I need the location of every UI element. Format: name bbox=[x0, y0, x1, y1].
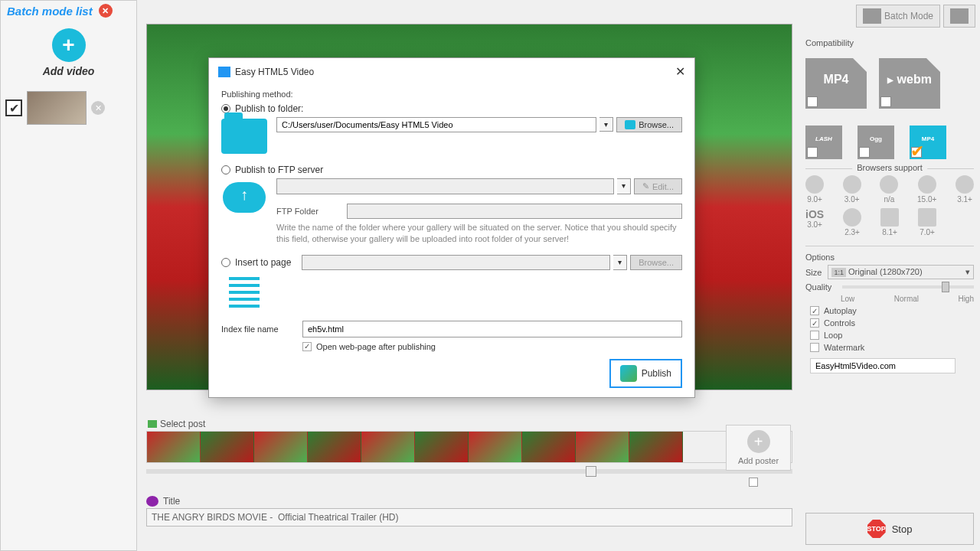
windows-icon bbox=[880, 208, 899, 227]
add-video-label: Add video bbox=[1, 65, 136, 77]
chevron-down-icon[interactable]: ▾ bbox=[599, 117, 613, 132]
watermark-checkbox[interactable] bbox=[810, 343, 819, 352]
quality-label: Quality bbox=[805, 282, 836, 292]
item-checkbox[interactable]: ✔ bbox=[5, 99, 22, 116]
plus-icon: + bbox=[52, 28, 86, 62]
checkbox[interactable] bbox=[807, 96, 818, 107]
chevron-down-icon[interactable]: ▾ bbox=[613, 255, 627, 270]
checkbox[interactable] bbox=[859, 147, 870, 158]
add-poster-button[interactable]: + Add poster bbox=[726, 425, 791, 471]
format-mp4[interactable]: MP4 bbox=[805, 51, 867, 109]
film-icon bbox=[863, 8, 881, 24]
format-mp4low[interactable]: MP4 bbox=[910, 118, 946, 159]
opera-icon bbox=[918, 175, 936, 194]
watermark-input[interactable] bbox=[810, 358, 956, 373]
chrome-icon bbox=[843, 175, 861, 194]
poster-checkbox[interactable] bbox=[749, 478, 758, 487]
title-label: Title bbox=[146, 496, 792, 507]
size-select[interactable]: 1:1 Original (980x551) ▾ bbox=[828, 265, 974, 279]
batch-sidebar: Batch mode list ✕ + Add video ✔ ✕ bbox=[0, 0, 137, 551]
publish-dialog: Easy HTML5 Video ✕ Publishing method: Pu… bbox=[208, 57, 695, 398]
checkbox-checked[interactable] bbox=[911, 147, 922, 158]
app-icon bbox=[218, 67, 230, 77]
quality-slider[interactable] bbox=[842, 285, 974, 289]
plus-icon: + bbox=[747, 430, 770, 453]
chevron-down-icon[interactable]: ▾ bbox=[617, 178, 631, 194]
android-icon bbox=[843, 208, 861, 227]
ftp-hint: Write the name of the folder where your … bbox=[276, 222, 682, 246]
loop-checkbox[interactable] bbox=[810, 331, 819, 340]
remove-icon[interactable]: ✕ bbox=[91, 101, 105, 115]
format-webm[interactable]: ▶ webm bbox=[879, 51, 940, 109]
publish-icon bbox=[620, 365, 637, 382]
ftp-folder-label: FTP Folder bbox=[276, 207, 338, 216]
radio-icon bbox=[221, 258, 230, 267]
page-icon bbox=[229, 277, 260, 308]
stop-icon: STOP bbox=[867, 520, 886, 538]
firefox-icon bbox=[956, 175, 974, 194]
folder-icon bbox=[625, 120, 635, 129]
browsers-heading: Browsers support bbox=[852, 163, 927, 172]
radio-publish-ftp[interactable]: Publish to FTP server bbox=[221, 165, 682, 175]
publishing-method-label: Publishing method: bbox=[221, 90, 682, 99]
compatibility-heading: Compatibility bbox=[805, 38, 974, 47]
checkbox[interactable] bbox=[807, 147, 818, 158]
open-after-label: Open web-page after publishing bbox=[316, 342, 436, 351]
ftp-folder-input[interactable] bbox=[347, 204, 682, 219]
page-path-input[interactable] bbox=[302, 255, 610, 270]
radio-insert-page[interactable]: Insert to page ▾ Browse... bbox=[221, 255, 682, 270]
close-icon[interactable]: ✕ bbox=[675, 64, 685, 79]
index-file-input[interactable] bbox=[302, 321, 682, 337]
format-flash[interactable]: LASH bbox=[805, 118, 842, 159]
batch-mode-button[interactable]: Batch Mode bbox=[856, 5, 940, 28]
format-ogg[interactable]: Ogg bbox=[858, 118, 894, 159]
size-label: Size bbox=[805, 268, 822, 277]
options-heading: Options bbox=[805, 253, 974, 262]
open-after-checkbox[interactable]: ✓ bbox=[302, 342, 312, 351]
wand-button[interactable] bbox=[943, 5, 975, 28]
edit-button[interactable]: ✎Edit... bbox=[634, 178, 682, 194]
browse-button[interactable]: Browse... bbox=[616, 117, 682, 132]
controls-checkbox[interactable]: ✓ bbox=[810, 318, 819, 328]
cloud-upload-icon bbox=[223, 182, 266, 213]
folder-path-input[interactable] bbox=[276, 117, 596, 132]
close-icon[interactable]: ✕ bbox=[99, 4, 113, 18]
speech-icon bbox=[146, 496, 158, 507]
autoplay-checkbox[interactable]: ✓ bbox=[810, 306, 819, 315]
poster-slider[interactable] bbox=[146, 469, 792, 474]
publish-button[interactable]: Publish bbox=[609, 359, 682, 388]
index-file-label: Index file name bbox=[221, 324, 290, 334]
folder-icon bbox=[221, 119, 267, 154]
browse-button[interactable]: Browse... bbox=[630, 255, 682, 270]
title-input[interactable] bbox=[146, 508, 792, 527]
video-thumbnail bbox=[27, 91, 87, 125]
dialog-title: Easy HTML5 Video bbox=[235, 67, 314, 77]
select-poster-label: Select post bbox=[146, 419, 792, 429]
checkbox[interactable] bbox=[880, 96, 891, 107]
ie-icon bbox=[805, 175, 824, 194]
ftp-server-select[interactable] bbox=[276, 178, 614, 194]
safari-icon bbox=[880, 175, 898, 194]
wand-icon bbox=[950, 8, 969, 24]
radio-publish-folder[interactable]: Publish to folder: bbox=[221, 103, 682, 114]
add-video-button[interactable]: + Add video bbox=[1, 21, 136, 82]
sidebar-title: Batch mode list bbox=[7, 5, 93, 18]
poster-filmstrip[interactable] bbox=[146, 431, 792, 463]
ios-icon: iOS bbox=[805, 208, 824, 220]
radio-icon bbox=[221, 165, 230, 174]
stop-button[interactable]: STOP Stop bbox=[805, 513, 974, 545]
blackberry-icon bbox=[918, 208, 936, 227]
list-item[interactable]: ✔ ✕ bbox=[1, 86, 136, 129]
